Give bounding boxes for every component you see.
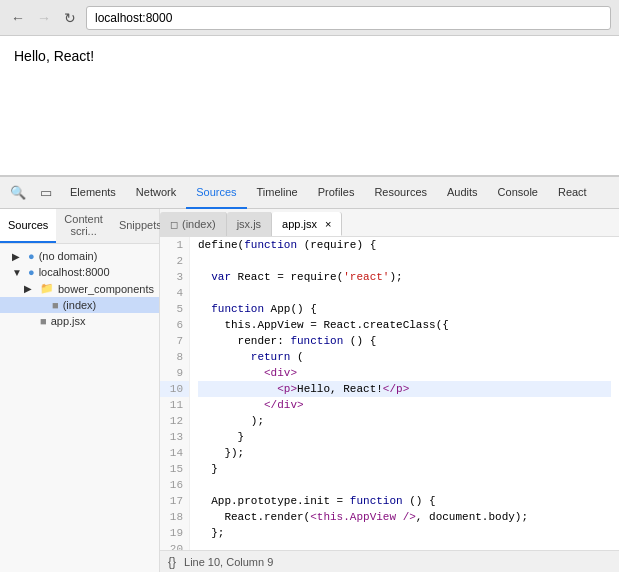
line-num-17: 17 (160, 493, 189, 509)
line-num-9: 9 (160, 365, 189, 381)
tree-item-no-domain[interactable]: ▶ ● (no domain) (0, 248, 159, 264)
code-line-20 (198, 541, 611, 550)
code-line-15: } (198, 461, 611, 477)
tab-console[interactable]: Console (488, 177, 548, 209)
line-num-7: 7 (160, 333, 189, 349)
folder-icon: 📁 (40, 282, 54, 295)
code-line-9: <div> (198, 365, 611, 381)
file-icon: ■ (40, 315, 47, 327)
code-line-2 (198, 253, 611, 269)
close-icon[interactable]: × (325, 218, 331, 230)
line-num-4: 4 (160, 285, 189, 301)
code-line-6: this.AppView = React.createClass({ (198, 317, 611, 333)
search-icon[interactable]: 🔍 (4, 179, 32, 207)
tree-item-app-jsx[interactable]: ■ app.jsx (0, 313, 159, 329)
line-numbers: 1 2 3 4 5 6 7 8 9 10 11 12 13 14 15 16 1 (160, 237, 190, 550)
file-tab-index[interactable]: ◻ (index) (160, 212, 227, 236)
globe-icon: ● (28, 266, 35, 278)
line-num-6: 6 (160, 317, 189, 333)
reload-button[interactable]: ↻ (60, 8, 80, 28)
forward-button[interactable]: → (34, 8, 54, 28)
devtools-body: Sources Content scri... Snippets ▶ ● (no… (0, 209, 619, 572)
line-num-18: 18 (160, 509, 189, 525)
sources-main: ◻ (index) jsx.js app.jsx × 1 2 3 4 (160, 209, 619, 572)
code-line-8: return ( (198, 349, 611, 365)
file-tabs: ◻ (index) jsx.js app.jsx × (160, 209, 619, 237)
tree-label-bower-components: bower_components (58, 283, 154, 295)
line-num-2: 2 (160, 253, 189, 269)
code-line-13: } (198, 429, 611, 445)
arrow-icon: ▶ (24, 283, 36, 294)
code-line-3: var React = require('react'); (198, 269, 611, 285)
tab-icon: ◻ (170, 219, 178, 230)
code-line-10: <p>Hello, React!</p> (198, 381, 611, 397)
code-line-5: function App() { (198, 301, 611, 317)
code-editor: 1 2 3 4 5 6 7 8 9 10 11 12 13 14 15 16 1 (160, 237, 619, 550)
page-content: Hello, React! (0, 36, 619, 176)
address-bar[interactable] (86, 6, 611, 30)
code-line-1: define(function (require) { (198, 237, 611, 253)
tab-profiles[interactable]: Profiles (308, 177, 365, 209)
tab-network[interactable]: Network (126, 177, 186, 209)
code-line-4 (198, 285, 611, 301)
code-line-12: ); (198, 413, 611, 429)
tab-timeline[interactable]: Timeline (247, 177, 308, 209)
sources-sidebar-tabs: Sources Content scri... Snippets (0, 209, 159, 244)
tab-label-app-jsx: app.jsx (282, 218, 317, 230)
tab-sources[interactable]: Sources (186, 177, 246, 209)
tab-audits[interactable]: Audits (437, 177, 488, 209)
tab-elements[interactable]: Elements (60, 177, 126, 209)
line-num-5: 5 (160, 301, 189, 317)
tab-react[interactable]: React (548, 177, 597, 209)
tree-label-no-domain: (no domain) (39, 250, 98, 262)
line-num-14: 14 (160, 445, 189, 461)
line-num-19: 19 (160, 525, 189, 541)
line-num-10: 10 (160, 381, 189, 397)
tree-item-bower-components[interactable]: ▶ 📁 bower_components (0, 280, 159, 297)
code-line-19: }; (198, 525, 611, 541)
file-tab-app-jsx[interactable]: app.jsx × (272, 212, 342, 236)
file-icon: ■ (52, 299, 59, 311)
code-line-18: React.render(<this.AppView />, document.… (198, 509, 611, 525)
status-bar: {} Line 10, Column 9 (160, 550, 619, 572)
tab-label-index: (index) (182, 218, 216, 230)
code-line-7: render: function () { (198, 333, 611, 349)
status-position: Line 10, Column 9 (184, 556, 273, 568)
line-num-16: 16 (160, 477, 189, 493)
arrow-icon: ▶ (12, 251, 24, 262)
code-line-14: }); (198, 445, 611, 461)
line-num-15: 15 (160, 461, 189, 477)
curly-braces-icon: {} (168, 555, 176, 569)
line-num-8: 8 (160, 349, 189, 365)
mobile-icon[interactable]: ▭ (32, 179, 60, 207)
sources-sidebar: Sources Content scri... Snippets ▶ ● (no… (0, 209, 160, 572)
devtools-navbar: 🔍 ▭ Elements Network Sources Timeline Pr… (0, 177, 619, 209)
line-num-13: 13 (160, 429, 189, 445)
tab-label-jsx-js: jsx.js (237, 218, 261, 230)
globe-icon: ● (28, 250, 35, 262)
tree-label-localhost: localhost:8000 (39, 266, 110, 278)
tree-item-localhost[interactable]: ▼ ● localhost:8000 (0, 264, 159, 280)
sidebar-tab-sources[interactable]: Sources (0, 209, 56, 243)
line-num-3: 3 (160, 269, 189, 285)
tree-label-app-jsx: app.jsx (51, 315, 86, 327)
line-num-12: 12 (160, 413, 189, 429)
file-tab-jsx-js[interactable]: jsx.js (227, 212, 272, 236)
line-num-1: 1 (160, 237, 189, 253)
tree-label-index: (index) (63, 299, 97, 311)
back-button[interactable]: ← (8, 8, 28, 28)
line-num-11: 11 (160, 397, 189, 413)
file-tree: ▶ ● (no domain) ▼ ● localhost:8000 ▶ 📁 b… (0, 244, 159, 572)
arrow-icon: ▼ (12, 267, 24, 278)
line-num-20: 20 (160, 541, 189, 550)
code-line-11: </div> (198, 397, 611, 413)
devtools: 🔍 ▭ Elements Network Sources Timeline Pr… (0, 176, 619, 572)
tree-item-index[interactable]: ■ (index) (0, 297, 159, 313)
page-hello-text: Hello, React! (14, 48, 94, 64)
sidebar-tab-content-scripts[interactable]: Content scri... (56, 209, 111, 243)
code-line-16 (198, 477, 611, 493)
browser-toolbar: ← → ↻ (0, 0, 619, 36)
code-line-17: App.prototype.init = function () { (198, 493, 611, 509)
code-content[interactable]: define(function (require) { var React = … (190, 237, 619, 550)
tab-resources[interactable]: Resources (364, 177, 437, 209)
